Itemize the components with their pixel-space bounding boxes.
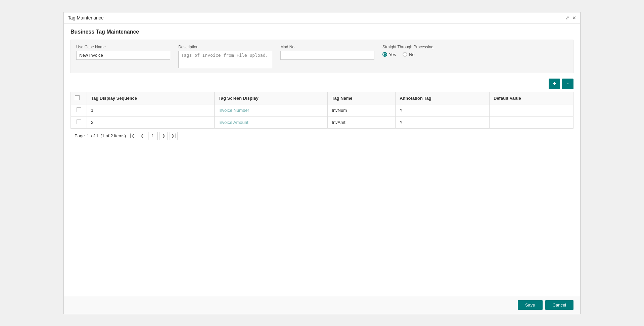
row1-screen-display: Invoice Number [214, 104, 327, 116]
table-row: 1 Invoice Number InvNum Y [71, 104, 573, 116]
row1-default-value [490, 104, 573, 116]
expand-icon[interactable]: ⤢ [565, 15, 569, 20]
stp-no-label: No [409, 52, 415, 57]
cancel-button[interactable]: Cancel [545, 300, 573, 310]
stp-yes-label: Yes [389, 52, 396, 57]
stp-label: Straight Through Processing [382, 45, 568, 49]
form-section: Use Case Name Description Mod No Straigh… [71, 40, 573, 73]
stp-field: Straight Through Processing Yes No [382, 45, 568, 57]
use-case-label: Use Case Name [76, 45, 170, 49]
row1-checkbox-cell [71, 104, 87, 116]
data-table: Tag Display Sequence Tag Screen Display … [71, 92, 573, 129]
table-head: Tag Display Sequence Tag Screen Display … [71, 92, 573, 104]
pagination: Page 1 of 1 (1 of 2 items) ⎮❮ ❮ ❯ ❯⎮ [71, 129, 573, 143]
header-tag-name: Tag Name [328, 92, 396, 104]
next-page-button[interactable]: ❯ [159, 132, 168, 140]
row2-tag-name: InvAmt [328, 116, 396, 128]
save-button[interactable]: Save [518, 300, 543, 310]
stp-yes-option[interactable]: Yes [382, 52, 396, 57]
stp-radio-group: Yes No [382, 52, 568, 57]
row2-screen-display: Invoice Amount [214, 116, 327, 128]
stp-yes-radio[interactable] [382, 52, 387, 57]
header-tag-display-seq: Tag Display Sequence [87, 92, 215, 104]
header-annotation-tag: Annotation Tag [396, 92, 490, 104]
row1-tag-name: InvNum [328, 104, 396, 116]
header-checkbox[interactable] [75, 95, 80, 100]
of-label: of 1 [91, 133, 99, 138]
section-title: Business Tag Maintenance [71, 29, 573, 35]
mod-no-field: Mod No [280, 45, 374, 60]
table-row: 2 Invoice Amount InvAmt Y [71, 116, 573, 128]
row2-default-value [490, 116, 573, 128]
form-row: Use Case Name Description Mod No Straigh… [76, 45, 568, 68]
modal-title: Tag Maintenance [68, 15, 104, 20]
row1-seq: 1 [87, 104, 215, 116]
titlebar-actions: ⤢ ✕ [565, 15, 576, 20]
header-default-value: Default Value [490, 92, 573, 104]
use-case-input[interactable] [76, 51, 170, 60]
prev-page-button[interactable]: ❮ [138, 132, 146, 140]
row2-checkbox-cell [71, 116, 87, 128]
description-label: Description [178, 45, 272, 49]
row2-annotation: Y [396, 116, 490, 128]
modal-titlebar: Tag Maintenance ⤢ ✕ [64, 12, 580, 24]
mod-no-input[interactable] [280, 51, 374, 60]
row2-checkbox[interactable] [77, 120, 81, 124]
header-checkbox-cell [71, 92, 87, 104]
stp-no-radio[interactable] [403, 52, 407, 57]
first-page-button[interactable]: ⎮❮ [128, 132, 136, 140]
header-row: Tag Display Sequence Tag Screen Display … [71, 92, 573, 104]
page-number-input[interactable] [148, 132, 157, 140]
row1-annotation: Y [396, 104, 490, 116]
stp-no-option[interactable]: No [403, 52, 415, 57]
close-icon[interactable]: ✕ [572, 15, 576, 20]
items-label: (1 of 2 items) [100, 133, 126, 138]
remove-row-button[interactable]: - [562, 79, 573, 89]
table-toolbar: + - [71, 79, 573, 89]
header-tag-screen-display: Tag Screen Display [214, 92, 327, 104]
last-page-button[interactable]: ❯⎮ [170, 132, 178, 140]
row2-seq: 2 [87, 116, 215, 128]
table-section: + - Tag Display Sequence Tag Screen Disp… [71, 79, 573, 290]
modal-footer: Save Cancel [64, 296, 580, 314]
description-field: Description [178, 45, 272, 68]
modal-container: Tag Maintenance ⤢ ✕ Business Tag Mainten… [63, 12, 581, 314]
table-body: 1 Invoice Number InvNum Y 2 Invoice Amou… [71, 104, 573, 128]
mod-no-label: Mod No [280, 45, 374, 49]
add-row-button[interactable]: + [549, 79, 560, 89]
page-num: 1 [87, 133, 89, 138]
description-input[interactable] [178, 51, 272, 68]
use-case-field: Use Case Name [76, 45, 170, 60]
modal-body: Business Tag Maintenance Use Case Name D… [64, 24, 580, 296]
page-label: Page [75, 133, 85, 138]
row1-checkbox[interactable] [77, 107, 81, 112]
